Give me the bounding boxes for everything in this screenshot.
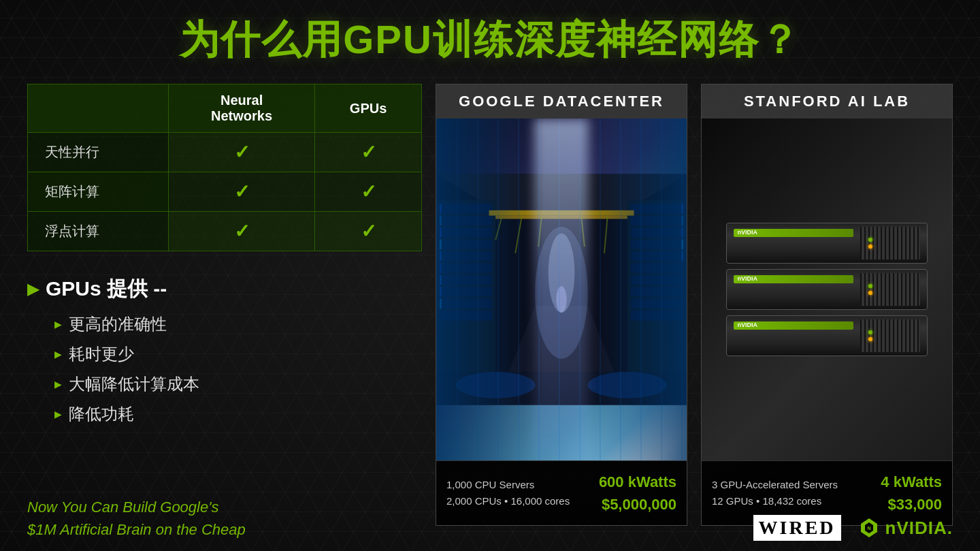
slide-container: 为什么用GPU训练深度神经网络？ NeuralNetworks GPUs 天性并… (0, 0, 980, 551)
row-check-1-2: ✓ (315, 133, 422, 172)
list-item: 降低功耗 (54, 403, 422, 425)
svg-rect-25 (631, 227, 683, 238)
svg-rect-16 (440, 239, 442, 249)
svg-rect-17 (440, 251, 442, 262)
svg-rect-10 (440, 287, 492, 297)
light-amber-3 (868, 337, 872, 341)
datacenter-svg (436, 119, 687, 460)
triangle-icon: ▶ (27, 281, 39, 298)
svg-rect-24 (631, 216, 683, 226)
google-datacenter-panel: GOOGLE DATACENTER (436, 84, 687, 526)
svg-marker-45 (495, 306, 627, 405)
svg-rect-33 (681, 204, 683, 214)
google-power: 600 kWatts (599, 471, 676, 493)
row-check-2-1: ✓ (168, 172, 314, 212)
svg-point-47 (549, 234, 575, 313)
svg-rect-7 (440, 251, 492, 262)
light-amber-1 (868, 245, 872, 249)
gpu-section: ▶ GPUs 提供 -- 更高的准确性 耗时更少 大幅降低计算成本 降低功耗 (27, 275, 422, 433)
row-label-1: 天性并行 (28, 133, 169, 172)
svg-rect-39 (495, 216, 627, 219)
light-amber-2 (868, 291, 872, 295)
svg-line-44 (604, 216, 608, 253)
footer-tagline-line1: Now You Can Build Google's (27, 496, 246, 518)
svg-rect-0 (436, 174, 687, 405)
svg-rect-12 (440, 311, 492, 321)
row-check-3-1: ✓ (168, 212, 314, 251)
svg-point-51 (588, 372, 667, 398)
stanford-power: 4 kWatts (881, 471, 942, 493)
svg-rect-35 (681, 227, 683, 238)
left-panel: NeuralNetworks GPUs 天性并行 ✓ ✓ 矩阵计算 ✓ ✓ (27, 84, 422, 526)
svg-rect-15 (440, 227, 442, 238)
svg-rect-5 (440, 227, 492, 238)
google-panel-title: GOOGLE DATACENTER (436, 84, 687, 119)
gpu-section-title: ▶ GPUs 提供 -- (27, 275, 422, 303)
comparison-table: NeuralNetworks GPUs 天性并行 ✓ ✓ 矩阵计算 ✓ ✓ (27, 84, 422, 251)
slide-title: 为什么用GPU训练深度神经网络？ (27, 14, 953, 67)
stanford-panel: STANFORD AI LAB (701, 84, 953, 526)
svg-point-50 (456, 372, 535, 398)
google-stat-line1: 1,000 CPU Servers (446, 477, 570, 493)
svg-rect-9 (440, 275, 492, 285)
row-label-2: 矩阵计算 (28, 172, 169, 212)
svg-rect-23 (631, 204, 683, 214)
col-header-empty (28, 84, 169, 133)
svg-rect-22 (627, 200, 687, 405)
light-green-1 (868, 238, 872, 242)
svg-point-48 (556, 286, 566, 313)
list-item: 更高的准确性 (54, 313, 422, 335)
svg-rect-26 (631, 239, 683, 249)
svg-rect-2 (436, 200, 495, 405)
row-check-1-1: ✓ (168, 133, 314, 172)
nvidia-logo: N nVIDIA. (858, 517, 953, 539)
nvidia-eye-icon: N (858, 517, 880, 539)
svg-rect-3 (440, 204, 492, 214)
server-lights-2 (868, 284, 872, 295)
row-check-2-2: ✓ (315, 172, 422, 212)
stanford-panel-title: STANFORD AI LAB (702, 84, 952, 119)
svg-marker-1 (436, 174, 687, 214)
svg-line-42 (538, 216, 542, 247)
footer-tagline-line2: $1M Artificial Brain on the Cheap (27, 518, 246, 541)
right-panels: GOOGLE DATACENTER (436, 84, 953, 526)
google-datacenter-image (436, 119, 687, 460)
svg-rect-38 (489, 210, 634, 216)
list-item: 大幅降低计算成本 (54, 373, 422, 395)
svg-rect-37 (681, 251, 683, 262)
svg-rect-14 (440, 216, 442, 226)
svg-rect-36 (681, 239, 683, 249)
content-area: NeuralNetworks GPUs 天性并行 ✓ ✓ 矩阵计算 ✓ ✓ (27, 84, 953, 526)
svg-rect-8 (440, 263, 492, 273)
gpu-benefits-list: 更高的准确性 耗时更少 大幅降低计算成本 降低功耗 (27, 313, 422, 425)
stanford-stat-line1: 3 GPU-Accelerated Servers (712, 477, 838, 493)
svg-rect-49 (436, 372, 687, 405)
datacenter-photo (436, 119, 687, 460)
light-green-3 (868, 330, 872, 334)
footer-logos: WIRED N nVIDIA. (753, 515, 953, 541)
svg-rect-32 (631, 311, 683, 321)
footer-tagline: Now You Can Build Google's $1M Artificia… (27, 496, 246, 541)
svg-rect-31 (631, 299, 683, 309)
list-item: 耗时更少 (54, 343, 422, 365)
svg-line-40 (495, 216, 502, 240)
svg-rect-34 (681, 216, 683, 226)
svg-line-41 (515, 216, 522, 253)
svg-rect-27 (631, 251, 683, 262)
server-lights-1 (868, 238, 872, 249)
svg-rect-28 (631, 263, 683, 273)
row-label-3: 浮点计算 (28, 212, 169, 251)
svg-text:N: N (867, 526, 870, 531)
svg-rect-21 (440, 299, 442, 309)
svg-rect-18 (440, 263, 442, 273)
col-header-neural: NeuralNetworks (168, 84, 314, 133)
table-row: 矩阵计算 ✓ ✓ (28, 172, 422, 212)
footer: Now You Can Build Google's $1M Artificia… (0, 496, 980, 541)
stanford-photo (702, 119, 952, 460)
svg-rect-13 (440, 204, 442, 214)
svg-rect-20 (440, 287, 442, 297)
svg-rect-30 (631, 287, 683, 297)
svg-rect-6 (440, 239, 492, 249)
nvidia-server-3 (726, 315, 927, 356)
svg-line-43 (581, 216, 585, 247)
